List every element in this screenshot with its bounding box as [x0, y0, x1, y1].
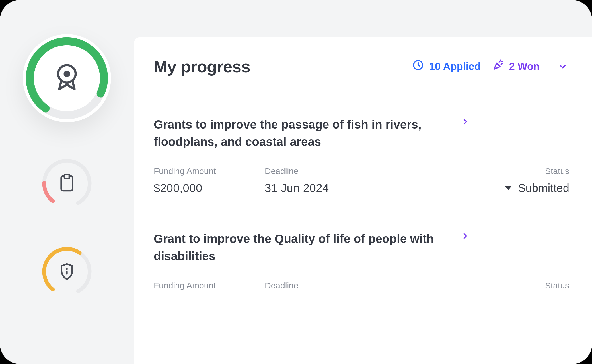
main-panel: My progress 10 Applied 2 Won — [134, 37, 592, 364]
chevron-down-icon — [558, 62, 568, 71]
status-label: Status — [545, 281, 569, 290]
progress-header: My progress 10 Applied 2 Won — [134, 37, 592, 96]
funding-value: $200,000 — [154, 182, 265, 195]
status-value: Submitted — [518, 182, 569, 195]
open-grant-button[interactable] — [461, 118, 469, 127]
page-title: My progress — [154, 57, 401, 76]
clipboard-icon — [59, 174, 75, 193]
svg-rect-7 — [65, 175, 69, 179]
svg-point-10 — [66, 268, 68, 270]
stat-won[interactable]: 2 Won — [492, 59, 540, 74]
deadline-label: Deadline — [265, 281, 407, 290]
sidebar — [0, 0, 134, 364]
funding-label: Funding Amount — [154, 281, 265, 290]
svg-rect-11 — [66, 271, 67, 274]
grant-row[interactable]: Grants to improve the passage of fish in… — [134, 96, 592, 210]
sidebar-item-clipboard[interactable] — [40, 156, 94, 210]
deadline-label: Deadline — [265, 166, 407, 176]
clock-icon — [412, 59, 424, 74]
stat-applied[interactable]: 10 Applied — [412, 59, 481, 74]
app-frame: My progress 10 Applied 2 Won — [0, 0, 592, 364]
grant-row[interactable]: Grant to improve the Quality of life of … — [134, 210, 592, 306]
stat-won-text: 2 Won — [509, 61, 540, 73]
sidebar-item-awards[interactable] — [23, 34, 111, 122]
chevron-right-icon — [461, 232, 469, 240]
caret-down-icon — [505, 186, 512, 190]
chevron-right-icon — [461, 118, 469, 126]
svg-point-3 — [64, 71, 70, 77]
deadline-value: 31 Jun 2024 — [265, 182, 407, 195]
funding-label: Funding Amount — [154, 166, 265, 176]
open-grant-button[interactable] — [461, 232, 469, 241]
grant-title: Grants to improve the passage of fish in… — [154, 116, 453, 151]
stat-applied-text: 10 Applied — [429, 61, 481, 73]
status-label: Status — [545, 166, 569, 176]
award-badge-icon — [54, 63, 80, 94]
grant-title: Grant to improve the Quality of life of … — [154, 230, 453, 265]
sidebar-item-shield[interactable] — [40, 245, 94, 299]
status-selector[interactable]: Submitted — [505, 182, 569, 195]
confetti-icon — [492, 59, 504, 74]
shield-info-icon — [59, 262, 75, 281]
expand-toggle[interactable] — [556, 60, 569, 73]
